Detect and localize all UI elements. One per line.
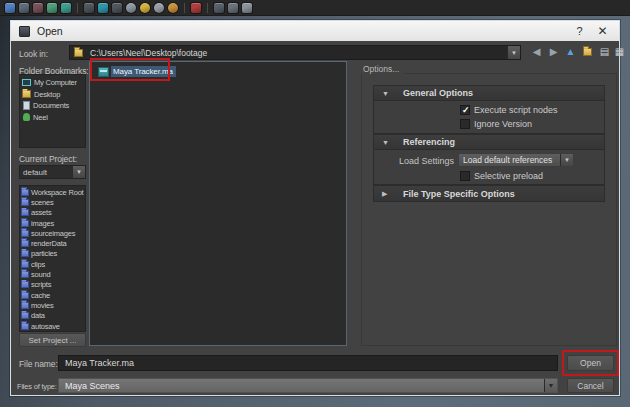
close-button[interactable]: ✕: [595, 24, 610, 38]
statusline-icon-8[interactable]: [112, 3, 122, 13]
file-list-panel[interactable]: Maya Tracker.ma: [89, 61, 347, 346]
folder-icon: [21, 230, 29, 237]
folder-icon: [21, 281, 29, 288]
statusline-icon-16[interactable]: [242, 3, 252, 13]
up-directory-button[interactable]: ▲: [563, 44, 578, 59]
folder-icon: [21, 209, 29, 216]
folder-label: cache: [31, 291, 50, 300]
cancel-button[interactable]: Cancel: [567, 378, 614, 393]
file-type-specific-header[interactable]: ▶ File Type Specific Options: [374, 186, 604, 201]
project-folder-sound[interactable]: sound: [20, 269, 85, 279]
chevron-down-icon: ▼: [72, 166, 85, 178]
folder-label: particles: [31, 249, 57, 258]
back-button[interactable]: ◀: [529, 44, 544, 59]
statusline-icon-6[interactable]: [84, 3, 94, 13]
project-folder-movies[interactable]: movies: [20, 300, 85, 310]
project-folder-data[interactable]: data: [20, 311, 85, 321]
statusline-icon-11[interactable]: [154, 3, 164, 13]
user-icon: [23, 113, 30, 121]
folder-label: renderData: [31, 239, 67, 248]
bookmark-my-computer[interactable]: My Computer: [20, 77, 85, 89]
options-panel: ▼ General Options Execute script nodes I…: [361, 73, 617, 346]
load-settings-dropdown[interactable]: Load default references ▼: [458, 153, 574, 167]
folder-label: data: [31, 311, 45, 320]
folder-label: scenes: [31, 198, 54, 207]
project-folder-autosave[interactable]: autosave: [20, 321, 85, 331]
create-folder-button[interactable]: [580, 44, 595, 59]
statusline-icon-14[interactable]: [214, 3, 224, 13]
detail-view-button[interactable]: ▦: [612, 44, 627, 59]
referencing-header[interactable]: ▼ Referencing: [374, 135, 604, 150]
section-file-type-specific: ▶ File Type Specific Options: [373, 185, 605, 202]
bookmark-neel[interactable]: Neel: [20, 112, 85, 124]
project-folder-sourceimages[interactable]: sourceimages: [20, 228, 85, 238]
file-name-input[interactable]: Maya Tracker.ma: [58, 355, 558, 371]
folder-label: Workspace Root: [31, 188, 84, 197]
set-project-button[interactable]: Set Project ...: [19, 333, 86, 347]
bookmark-documents[interactable]: Documents: [20, 100, 85, 112]
project-folder-workspace-root[interactable]: Workspace Root: [20, 187, 85, 197]
project-folder-images[interactable]: images: [20, 218, 85, 228]
project-folder-scenes[interactable]: scenes: [20, 197, 85, 207]
separator: [184, 3, 185, 13]
folder-icon: [21, 271, 29, 278]
file-name-label: File name:: [19, 359, 58, 369]
file-name-value: Maya Tracker.ma: [65, 358, 134, 368]
dialog-title: Open: [37, 25, 63, 37]
statusline-icon-9[interactable]: [126, 3, 136, 13]
list-view-button[interactable]: ▤: [597, 44, 612, 59]
folder-icon: [21, 302, 29, 309]
dialog-titlebar[interactable]: Open ? ✕: [11, 21, 619, 41]
general-options-header[interactable]: ▼ General Options: [374, 86, 604, 101]
statusline-icon-2[interactable]: [19, 3, 29, 13]
ignore-version-row[interactable]: Ignore Version: [460, 119, 532, 129]
section-title: Referencing: [403, 137, 455, 147]
folder-label: movies: [31, 301, 54, 310]
folder-icon: [21, 199, 29, 206]
maya-statusline: [0, 0, 630, 16]
project-folder-particles[interactable]: particles: [20, 249, 85, 259]
current-project-value: default: [23, 168, 72, 177]
project-folder-scripts[interactable]: scripts: [20, 280, 85, 290]
statusline-icon-3[interactable]: [33, 3, 43, 13]
statusline-icon-5[interactable]: [61, 3, 71, 13]
selective-preload-checkbox[interactable]: [460, 171, 470, 181]
current-project-dropdown[interactable]: default ▼: [19, 165, 86, 179]
look-in-dropdown-button[interactable]: ▼: [507, 46, 520, 59]
chevron-down-icon: ▼: [560, 154, 573, 166]
look-in-label: Look in:: [19, 49, 48, 59]
folder-label: scripts: [31, 280, 51, 289]
statusline-icon-12[interactable]: [168, 3, 178, 13]
annotation-file-highlight: [90, 58, 170, 81]
project-folder-clips[interactable]: clips: [20, 259, 85, 269]
section-title: File Type Specific Options: [403, 189, 515, 199]
forward-button[interactable]: ▶: [546, 44, 561, 59]
folder-y-icon: [22, 90, 31, 98]
project-folders-list: Workspace Rootscenesassetsimagessourceim…: [19, 185, 86, 332]
folder-label: clips: [31, 260, 45, 269]
files-of-type-dropdown[interactable]: Maya Scenes ▼: [58, 378, 558, 393]
load-settings-label: Load Settings: [374, 156, 454, 166]
statusline-icon-15[interactable]: [228, 3, 238, 13]
section-referencing: ▼ Referencing Load Settings Load default…: [373, 134, 605, 185]
project-folder-renderdata[interactable]: renderData: [20, 238, 85, 248]
folder-label: assets: [31, 208, 51, 217]
statusline-icon-1[interactable]: [5, 3, 15, 13]
help-button[interactable]: ?: [572, 24, 587, 38]
statusline-icon-13[interactable]: [191, 3, 201, 13]
statusline-icon-7[interactable]: [98, 3, 108, 13]
folder-icon: [21, 220, 29, 227]
ignore-version-checkbox[interactable]: [460, 119, 470, 129]
selective-preload-row[interactable]: Selective preload: [460, 171, 543, 181]
dialog-body: Look in: C:\Users\Neel\Desktop\footage ▼…: [11, 41, 619, 395]
project-folder-cache[interactable]: cache: [20, 290, 85, 300]
project-folder-assets[interactable]: assets: [20, 208, 85, 218]
execute-script-nodes-row[interactable]: Execute script nodes: [460, 105, 558, 115]
checkbox-label: Selective preload: [474, 171, 543, 181]
separator: [77, 3, 78, 13]
collapse-arrow-icon: ▼: [382, 139, 392, 146]
execute-script-nodes-checkbox[interactable]: [460, 105, 470, 115]
statusline-icon-4[interactable]: [47, 3, 57, 13]
bookmark-desktop[interactable]: Desktop: [20, 89, 85, 101]
statusline-icon-10[interactable]: [140, 3, 150, 13]
